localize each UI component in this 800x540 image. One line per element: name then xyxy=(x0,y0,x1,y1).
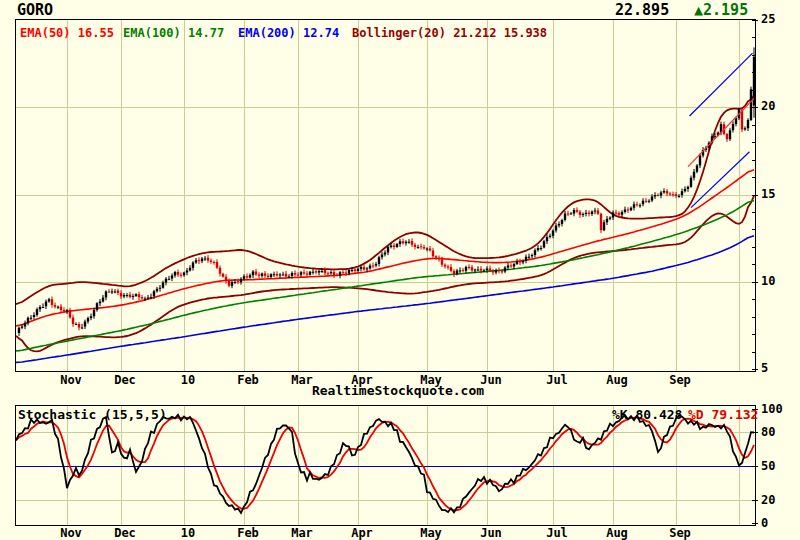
month-label: Mar xyxy=(291,527,313,539)
stoch-k-line xyxy=(16,415,754,513)
stoch-axis-label: 80 xyxy=(761,426,775,438)
price-axis-label: 15 xyxy=(761,188,775,200)
stochastic-k-value: %K 80.428 xyxy=(612,408,682,421)
stoch-axis-label: 50 xyxy=(761,460,775,472)
legend-item: EMA(50) 16.55 xyxy=(20,27,114,39)
month-label: Dec xyxy=(114,374,136,386)
price-axis-label: 5 xyxy=(761,362,768,374)
stoch-axis-label: 100 xyxy=(761,403,783,415)
month-label: Feb xyxy=(237,374,259,386)
month-label: Apr xyxy=(351,527,373,539)
stoch-d-line xyxy=(16,417,754,510)
month-label: Jul xyxy=(546,527,568,539)
month-label: Jun xyxy=(480,374,502,386)
month-label: Nov xyxy=(60,374,82,386)
legend-item: Bollinger(20) 21.212 15.938 xyxy=(352,27,547,39)
legend-item: EMA(200) 12.74 xyxy=(238,27,339,39)
legend-item: EMA(100) 14.77 xyxy=(123,27,224,39)
month-label: Jun xyxy=(480,527,502,539)
month-label: 10 xyxy=(181,527,195,539)
stoch-axis-label: 20 xyxy=(761,494,775,506)
price-chart-canvas xyxy=(0,0,800,540)
month-label: Aug xyxy=(606,527,628,539)
month-label: May xyxy=(420,374,442,386)
price-axis-label: 20 xyxy=(761,100,775,112)
month-label: Jul xyxy=(546,374,568,386)
stochastic-d-value: %D 79.132 xyxy=(688,408,758,421)
month-label: May xyxy=(420,527,442,539)
month-label: 10 xyxy=(181,374,195,386)
month-label: Sep xyxy=(669,527,691,539)
month-label: Aug xyxy=(606,374,628,386)
month-label: Nov xyxy=(60,527,82,539)
price-axis-label: 10 xyxy=(761,275,775,287)
month-label: Feb xyxy=(237,527,259,539)
price-axis-label: 25 xyxy=(761,13,775,25)
month-label: Apr xyxy=(351,374,373,386)
month-label: Mar xyxy=(291,374,313,386)
month-label: Dec xyxy=(114,527,136,539)
overlay-ema-100- xyxy=(16,200,754,351)
watermark: RealtimeStockquote.com xyxy=(312,384,484,397)
price-change: ▲2.195 xyxy=(694,3,748,18)
symbol-title: GORO xyxy=(17,3,53,18)
month-label: Sep xyxy=(669,374,691,386)
last-price: 22.895 xyxy=(615,3,669,18)
stock-chart-page: GORO 22.895 ▲2.195 EMA(50) 16.55EMA(100)… xyxy=(0,0,800,540)
stochastic-title: Stochastic (15,5,5) xyxy=(18,408,167,421)
stoch-axis-label: 0 xyxy=(761,517,768,529)
